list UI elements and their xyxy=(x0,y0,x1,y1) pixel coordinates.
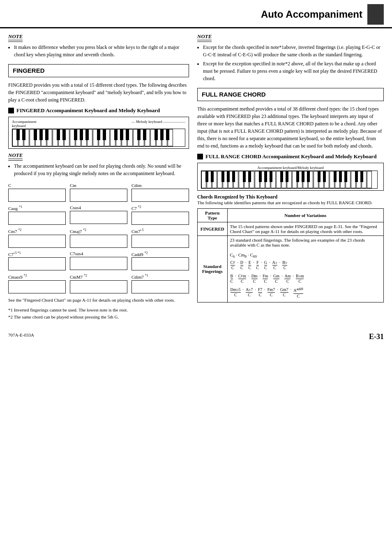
chord-C: C xyxy=(8,183,66,202)
examples-line1: C6 · Cm8 · C69 xyxy=(230,252,257,257)
footnotes: *1 Inverted fingerings cannot be used. T… xyxy=(8,307,189,320)
table-cell-standard-desc: 23 standard chord fingerings. The follow… xyxy=(227,236,383,302)
fingered-sub-heading: FINGERED Accompaniment Keyboard and Melo… xyxy=(8,107,189,114)
note-title-2: NOTE xyxy=(8,152,23,161)
fingered-piano: // Rendered inline below xyxy=(12,129,185,147)
note-content-2: The accompaniment keyboard can be used f… xyxy=(8,162,189,177)
chord-Cm7b5: Cm7♭5 xyxy=(131,228,189,248)
chord-C7b5: C7♭5 *1 xyxy=(8,251,66,271)
chord-Caug: Caug *1 xyxy=(8,205,66,225)
tab-indicator xyxy=(367,4,384,25)
right-note-title-1: NOTE xyxy=(197,33,212,42)
full-range-section-box: FULL RANGE CHORD xyxy=(197,88,384,101)
footer-code: 707A-E-033A xyxy=(8,332,34,341)
black-square-icon xyxy=(8,108,14,113)
full-range-keyboard-wrapper: Accompaniment keyboard/Melody keyboard xyxy=(197,163,384,191)
chords-recognized-desc: The following table identifies patterns … xyxy=(197,200,384,205)
note-content-1: It makes no difference whether you press… xyxy=(8,44,189,58)
chord-Cmass9: Cmass9 *2 xyxy=(8,274,66,293)
fingered-section-box: FINGERED xyxy=(8,64,189,77)
right-column: NOTE Except for the chords specified in … xyxy=(197,33,384,320)
right-note-content-1: Except for the chords specified in note*… xyxy=(197,44,384,82)
fingered-desc: FINGERED provides you with a total of 15… xyxy=(8,81,189,104)
full-range-sub-heading: FULL RANGE CHORD Accompaniment Keyboard … xyxy=(197,153,384,160)
page-footer: 707A-E-033A E-31 xyxy=(0,328,392,345)
table-row-standard: StandardFingerings 23 standard chord fin… xyxy=(198,236,384,302)
table-cell-fingered-desc: The 15 chord patterns shown under FINGER… xyxy=(227,222,383,236)
main-content: NOTE It makes no difference whether you … xyxy=(0,33,392,320)
black-square-icon-2 xyxy=(197,154,203,159)
chord-Csus4: Csus4 xyxy=(70,205,127,225)
melody-keyboard-label: — Melody keyboard —————— xyxy=(131,120,185,128)
table-row-fingered: FINGERED The 15 chord patterns shown und… xyxy=(198,222,384,236)
chord-grid: C Cm Cdim Caug *1 xyxy=(8,183,189,293)
note-box-2: NOTE The accompaniment keyboard can be u… xyxy=(8,152,189,177)
chords-recognized-title: Chords Recognized by This Keyboard xyxy=(197,194,384,200)
chord-CmM7: CmM7 *2 xyxy=(70,274,127,293)
chord-table: Pattern Type Number of Variations FINGER… xyxy=(197,208,384,302)
fingered-ref: See the "Fingered Chord Chart" on page A… xyxy=(8,297,189,304)
fractions-row1: C♯C · DC · EC · FC · GC · A♭C · B♭C xyxy=(230,260,288,270)
right-note-box-1: NOTE Except for the chords specified in … xyxy=(197,33,384,82)
full-range-title: FULL RANGE CHORD xyxy=(202,91,266,98)
chord-Cm7: Cm7 *2 xyxy=(8,228,66,248)
full-range-desc: This accompaniment method provides a tot… xyxy=(197,105,384,150)
acc-keyboard-label: Accompanimentkeyboard xyxy=(12,120,36,128)
full-range-piano xyxy=(201,171,378,189)
page-title: Auto Accompaniment xyxy=(261,9,362,20)
page-header: Auto Accompaniment xyxy=(0,0,392,28)
full-range-keyboard-label: Accompaniment keyboard/Melody keyboard xyxy=(257,166,323,170)
left-column: NOTE It makes no difference whether you … xyxy=(8,33,189,320)
fingered-sub-text: FINGERED Accompaniment Keyboard and Melo… xyxy=(16,107,160,114)
note-box-1: NOTE It makes no difference whether you … xyxy=(8,33,189,58)
table-cell-fingered-type: FINGERED xyxy=(198,222,228,236)
chord-C7sus4: C7sus4 xyxy=(70,251,127,271)
chord-Cadd9: Cadd9 *2 xyxy=(131,251,189,271)
chord-Cm: Cm xyxy=(70,183,127,202)
chord-Cdim: Cdim xyxy=(131,183,189,202)
fingered-keyboard-wrapper: Accompanimentkeyboard — Melody keyboard … xyxy=(8,117,189,149)
table-col2: Number of Variations xyxy=(227,209,383,222)
table-col1: Pattern Type xyxy=(198,209,228,222)
fractions-row3: Dm♭5C · A♭7C · F7C · Fm7C · Gm7C · Aadd9… xyxy=(230,287,304,298)
note-title-1: NOTE xyxy=(8,33,23,42)
table-cell-standard-type: StandardFingerings xyxy=(198,236,228,302)
full-range-sub-text: FULL RANGE CHORD Accompaniment Keyboard … xyxy=(205,153,376,160)
chord-Cdim7: Cdim7 *1 xyxy=(131,274,189,293)
chord-C7: C7 *2 xyxy=(131,205,189,225)
page-number: E-31 xyxy=(369,332,384,341)
fingered-title: FINGERED xyxy=(13,67,45,74)
fractions-row2: BC · C♯mC · DmC · FmC · GmC · AmC · B♭mC xyxy=(230,274,304,284)
chord-Cmaj7: Cmaj7 *2 xyxy=(70,228,127,248)
